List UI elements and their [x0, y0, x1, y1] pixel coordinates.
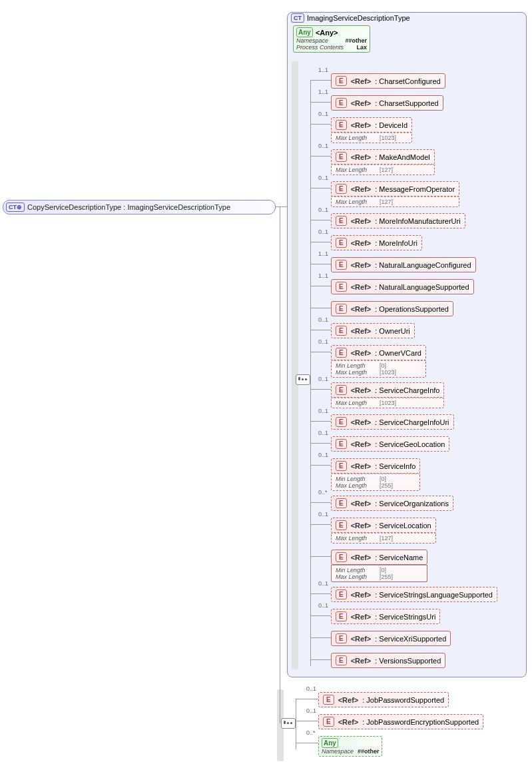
- ref-label: <Ref>: [351, 305, 372, 313]
- element-ref-ownervcard[interactable]: E<Ref>: OwnerVCardMin Length[0]Max Lengt…: [331, 345, 426, 378]
- element-ref-servicechargeinfo[interactable]: E<Ref>: ServiceChargeInfoMax Length[1023…: [331, 382, 444, 408]
- element-ref-naturallanguagesupported[interactable]: E<Ref>: NaturalLanguageSupported: [331, 279, 474, 294]
- element-ref-moreinfomanufactureruri[interactable]: E<Ref>: MoreInfoManufacturerUri: [331, 213, 465, 228]
- element-ref-charsetsupported[interactable]: E<Ref>: CharsetSupported: [331, 95, 443, 111]
- element-ref-servicestringsuri[interactable]: E<Ref>: ServiceStringsUri: [331, 609, 440, 624]
- element-badge: E: [336, 417, 347, 427]
- ref-label: <Ref>: [351, 591, 372, 599]
- element-ref-servicegeolocation[interactable]: E<Ref>: ServiceGeoLocation: [331, 436, 449, 452]
- ref-label: <Ref>: [351, 121, 372, 129]
- cardinality: 0..1: [318, 430, 328, 436]
- cardinality: 1..1: [318, 67, 328, 73]
- element-name: : ServiceStringsLanguageSupported: [375, 591, 493, 599]
- ref-label: <Ref>: [338, 718, 359, 726]
- element-ref-messagefromoperator[interactable]: E<Ref>: MessageFromOperatorMax Length[12…: [331, 181, 459, 207]
- connector-line: [296, 699, 296, 749]
- element-ref-serviceorganizations[interactable]: E<Ref>: ServiceOrganizations: [331, 496, 453, 511]
- element-ref-makeandmodel[interactable]: E<Ref>: MakeAndModelMax Length[127]: [331, 149, 435, 175]
- sequence-indicator-inner: [296, 374, 310, 385]
- cardinality: 0..1: [318, 206, 328, 213]
- connector-line: [310, 264, 331, 264]
- element-ref-operationssupported[interactable]: E<Ref>: OperationsSupported: [331, 301, 453, 316]
- connector-line: [310, 242, 331, 242]
- connector-line: [310, 389, 331, 390]
- connector-line: [310, 556, 331, 557]
- element-name: : ServiceInfo: [375, 462, 415, 470]
- element-name: : ServiceName: [375, 554, 423, 562]
- element-ref-charsetconfigured[interactable]: E<Ref>: CharsetConfigured: [331, 73, 445, 89]
- ref-label: <Ref>: [351, 283, 372, 291]
- ref-label: <Ref>: [351, 99, 372, 107]
- ref-label: <Ref>: [351, 77, 372, 85]
- ref-label: <Ref>: [351, 185, 372, 193]
- element-constraints: Max Length[127]: [331, 196, 459, 207]
- element-name: : VersionsSupported: [375, 657, 441, 665]
- connector-line: [280, 206, 280, 723]
- ref-label: <Ref>: [351, 657, 372, 665]
- connector-line: [310, 659, 331, 660]
- connector-line: [310, 443, 331, 444]
- cardinality: 0..1: [306, 707, 316, 714]
- connector-line: [310, 615, 331, 616]
- element-badge: E: [336, 238, 347, 248]
- element-constraints: Min Length[0]Max Length[1023]: [331, 360, 426, 378]
- connector-line: [310, 80, 311, 666]
- element-name: : MessageFromOperator: [375, 185, 455, 193]
- any-badge: Any: [322, 738, 338, 748]
- element-badge: E: [336, 633, 347, 643]
- cardinality: 0..1: [318, 376, 328, 382]
- element-badge: E: [336, 552, 347, 562]
- sequence-indicator-outer: [281, 718, 296, 729]
- element-name: : OwnerVCard: [375, 349, 421, 357]
- connector-line: [310, 465, 331, 466]
- element-constraints: Max Length[127]: [331, 533, 436, 544]
- element-name: : ServiceGeoLocation: [375, 440, 445, 448]
- cardinality: 0..1: [306, 685, 316, 692]
- element-badge: E: [336, 184, 347, 194]
- connector-line: [310, 188, 331, 189]
- ref-label: <Ref>: [351, 635, 372, 643]
- wildcard-any-box[interactable]: Any <Any> Namespace##other Process Conte…: [293, 25, 370, 53]
- element-name: : OwnerUri: [375, 327, 410, 335]
- element-ref-servicexrisupported[interactable]: E<Ref>: ServiceXriSupported: [331, 631, 451, 646]
- ref-label: <Ref>: [351, 418, 372, 426]
- element-ref-moreinfouri[interactable]: E<Ref>: MoreInfoUri: [331, 235, 422, 250]
- element-ref-jobpasswordsupported[interactable]: E<Ref>: JobPasswordSupported: [318, 692, 449, 707]
- ref-label: <Ref>: [351, 522, 372, 530]
- connector-line: [310, 524, 331, 525]
- element-name: : JobPasswordEncryptionSupported: [362, 718, 479, 726]
- element-ref-naturallanguageconfigured[interactable]: E<Ref>: NaturalLanguageConfigured: [331, 257, 476, 272]
- connector-line: [310, 593, 331, 594]
- element-ref-servicename[interactable]: E<Ref>: ServiceNameMin Length[0]Max Leng…: [331, 550, 427, 582]
- element-ref-deviceid[interactable]: E<Ref>: DeviceIdMax Length[1023]: [331, 117, 412, 143]
- element-name: : ServiceChargeInfo: [375, 386, 439, 394]
- element-name: : DeviceId: [375, 121, 407, 129]
- wildcard-any-outer[interactable]: AnyNamespace##other: [318, 736, 382, 757]
- element-ref-servicechargeinfouri[interactable]: E<Ref>: ServiceChargeInfoUri: [331, 414, 454, 430]
- connector-line: [310, 330, 331, 330]
- connector-line: [310, 156, 331, 157]
- element-ref-versionssupported[interactable]: E<Ref>: VersionsSupported: [331, 653, 445, 668]
- element-name: : ServiceXriSupported: [375, 635, 446, 643]
- element-badge: E: [336, 348, 347, 358]
- element-ref-servicestringslanguagesupported[interactable]: E<Ref>: ServiceStringsLanguageSupported: [331, 587, 497, 602]
- connector-line: [310, 308, 331, 308]
- root-complex-type[interactable]: CT⊕ CopyServiceDescriptionType : Imaging…: [3, 200, 276, 214]
- element-ref-jobpasswordencryptionsupported[interactable]: E<Ref>: JobPasswordEncryptionSupported: [318, 714, 483, 729]
- ref-label: <Ref>: [338, 696, 359, 704]
- element-ref-servicelocation[interactable]: E<Ref>: ServiceLocationMax Length[127]: [331, 518, 436, 544]
- element-ref-owneruri[interactable]: E<Ref>: OwnerUri: [331, 323, 415, 338]
- element-constraints: Min Length[0]Max Length[255]: [331, 565, 427, 582]
- element-badge: E: [336, 498, 347, 508]
- connector-line: [310, 421, 331, 422]
- element-badge: E: [336, 385, 347, 395]
- connector-line: [310, 352, 331, 352]
- cardinality: 0..1: [318, 580, 328, 587]
- element-name: : ServiceChargeInfoUri: [375, 418, 449, 426]
- root-type-label: CopyServiceDescriptionType : ImagingServ…: [27, 203, 230, 211]
- element-ref-serviceinfo[interactable]: E<Ref>: ServiceInfoMin Length[0]Max Leng…: [331, 458, 420, 491]
- element-name: : MoreInfoUri: [375, 239, 417, 247]
- element-name: : ServiceLocation: [375, 522, 431, 530]
- element-badge: E: [336, 326, 347, 336]
- ref-label: <Ref>: [351, 554, 372, 562]
